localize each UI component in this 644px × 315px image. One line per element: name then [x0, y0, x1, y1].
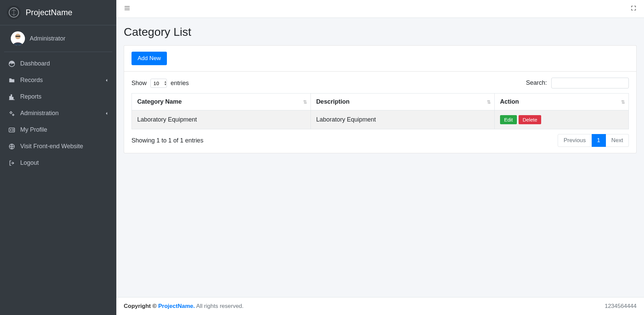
brand[interactable]: ProjectName	[0, 0, 116, 25]
table-row: Laboratory Equipment Laboratory Equipmen…	[132, 110, 629, 129]
main: Category List Add New Show 10 ▴▾	[116, 0, 644, 315]
card: Add New Show 10 ▴▾ entries	[124, 45, 637, 153]
edit-button[interactable]: Edit	[500, 115, 517, 124]
svg-rect-7	[9, 128, 15, 132]
card-body: Show 10 ▴▾ entries Search:	[124, 72, 636, 153]
datatable-top-controls: Show 10 ▴▾ entries Search:	[131, 78, 629, 88]
col-description[interactable]: Description ⇅	[311, 94, 494, 110]
menu-toggle-icon[interactable]	[124, 5, 130, 13]
data-table: Category Name ⇅ Description ⇅ Action ⇅	[131, 93, 629, 129]
sidebar-item-records[interactable]: Records	[3, 72, 114, 88]
chevron-left-icon	[105, 77, 108, 83]
length-prefix: Show	[131, 80, 147, 86]
sidebar-nav: Dashboard Records Reports Administration…	[0, 52, 116, 175]
content: Category List Add New Show 10 ▴▾	[116, 18, 644, 297]
page-title: Category List	[124, 25, 637, 38]
folder-icon	[8, 77, 16, 84]
cell-action: Edit Delete	[495, 110, 629, 129]
col-category-name[interactable]: Category Name ⇅	[132, 94, 311, 110]
sort-icon: ⇅	[303, 99, 307, 105]
logout-icon	[8, 160, 16, 166]
avatar	[11, 31, 25, 46]
user-name: Administrator	[30, 35, 65, 42]
sidebar-item-label: Visit Front-end Website	[20, 143, 108, 150]
search-label: Search:	[526, 79, 547, 86]
footer: Copyright © ProjectName. All rights rese…	[116, 297, 644, 315]
sidebar-item-logout[interactable]: Logout	[3, 155, 114, 171]
length-select[interactable]: 10	[150, 79, 167, 88]
sidebar-item-label: Dashboard	[20, 60, 108, 67]
dashboard-icon	[8, 60, 16, 67]
brand-logo-icon	[7, 5, 21, 20]
sidebar-item-label: Reports	[20, 93, 108, 100]
footer-rights: All rights reserved.	[196, 303, 244, 309]
sidebar-item-visit-frontend[interactable]: Visit Front-end Website	[3, 138, 114, 155]
sort-icon: ⇅	[487, 99, 491, 105]
datatable-length: Show 10 ▴▾ entries	[131, 79, 189, 88]
sidebar-item-label: Administration	[20, 110, 100, 117]
datatable-search: Search:	[526, 78, 629, 88]
sidebar-item-label: Records	[20, 77, 100, 84]
sidebar-item-my-profile[interactable]: My Profile	[3, 122, 114, 138]
user-panel[interactable]: Administrator	[4, 25, 112, 52]
sidebar: ProjectName Administrator Dashboard Reco…	[0, 0, 116, 315]
sidebar-item-label: My Profile	[20, 126, 108, 133]
cogs-icon	[8, 110, 16, 117]
sort-icon: ⇅	[621, 99, 625, 105]
svg-point-5	[10, 112, 12, 113]
table-header-row: Category Name ⇅ Description ⇅ Action ⇅	[132, 94, 629, 110]
col-action[interactable]: Action ⇅	[495, 94, 629, 110]
length-suffix: entries	[171, 80, 189, 86]
fullscreen-icon[interactable]	[631, 5, 637, 12]
topbar	[116, 0, 644, 18]
chart-icon	[8, 94, 16, 100]
svg-point-6	[13, 114, 14, 115]
sidebar-item-label: Logout	[20, 159, 108, 166]
brand-name: ProjectName	[26, 8, 72, 17]
card-icon	[8, 127, 16, 133]
footer-brand-link[interactable]: ProjectName.	[158, 303, 195, 309]
delete-button[interactable]: Delete	[519, 115, 541, 124]
footer-phone: 1234564444	[605, 303, 637, 310]
add-new-button[interactable]: Add New	[131, 52, 167, 65]
pagination: Previous 1 Next	[558, 134, 629, 147]
svg-point-8	[10, 129, 11, 130]
sidebar-item-reports[interactable]: Reports	[3, 88, 114, 105]
cell-category-name: Laboratory Equipment	[132, 110, 311, 129]
datatable-bottom-controls: Showing 1 to 1 of 1 entries Previous 1 N…	[131, 134, 629, 147]
chevron-left-icon	[105, 110, 108, 116]
page-previous[interactable]: Previous	[558, 134, 591, 147]
card-header: Add New	[124, 46, 636, 72]
search-input[interactable]	[551, 78, 629, 88]
globe-icon	[8, 143, 16, 150]
sidebar-item-administration[interactable]: Administration	[3, 105, 114, 122]
datatable-info: Showing 1 to 1 of 1 entries	[131, 137, 203, 144]
cell-description: Laboratory Equipment	[311, 110, 494, 129]
page-next[interactable]: Next	[606, 134, 629, 147]
page-current[interactable]: 1	[592, 134, 606, 147]
svg-rect-3	[16, 36, 20, 37]
footer-left: Copyright © ProjectName. All rights rese…	[124, 303, 244, 310]
copyright-label: Copyright ©	[124, 303, 157, 309]
sidebar-item-dashboard[interactable]: Dashboard	[3, 55, 114, 72]
